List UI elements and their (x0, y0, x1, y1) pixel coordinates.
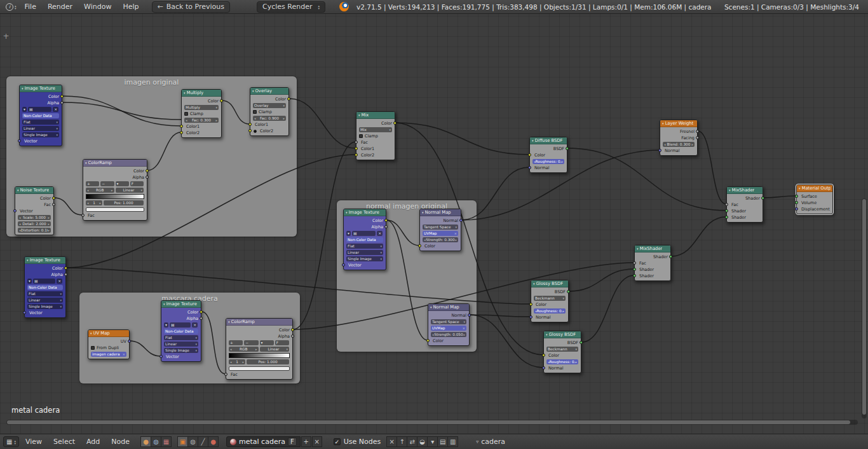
node-normal-map-1[interactable]: ▾Normal MapNormalTangent Space▾UVMap×◂St… (419, 209, 461, 251)
image-browse-button[interactable]: ▾ (27, 279, 32, 284)
new-material-button[interactable]: + (301, 436, 311, 447)
input-socket-color[interactable] (529, 303, 532, 306)
slider-fac[interactable]: ◂Fac: 0.900▸ (253, 116, 286, 121)
output-socket-shader[interactable] (761, 197, 764, 200)
dropdown-flat[interactable]: Flat▾ (346, 244, 383, 249)
back-to-previous-button[interactable]: ← Back to Previous (152, 1, 230, 13)
input-socket-color1[interactable] (248, 123, 252, 126)
input-socket-normal[interactable] (528, 166, 531, 169)
vertical-scrollbar-thumb[interactable] (862, 199, 866, 415)
node-layer-weight[interactable]: ▾Layer WeightFresnelFacing◂Blend: 0.300▸… (660, 120, 698, 156)
dropdown-linear[interactable]: Linear▾ (27, 298, 63, 303)
node-header[interactable]: ▾Material Output (797, 185, 832, 192)
vertical-scrollbar[interactable] (862, 198, 867, 418)
node-tree-breadcrumb[interactable]: ▿ cadera (476, 438, 505, 446)
collapse-icon[interactable]: ▾ (799, 186, 801, 190)
input-socket-color[interactable] (528, 153, 531, 156)
world-datablock-icon[interactable]: ◍ (187, 436, 198, 447)
use-nodes-toggle[interactable]: ✓ Use Nodes (334, 438, 381, 446)
node-header[interactable]: ▾MixShader (635, 245, 670, 252)
slider-strength[interactable]: ◂Strength: 0.300▸ (423, 237, 458, 242)
node-header[interactable]: ▾Normal Map (428, 304, 469, 311)
menu-node[interactable]: Node (106, 437, 135, 446)
editor-type-info-button[interactable]: i ▴▾ (4, 3, 18, 11)
ramp-fake-user-button[interactable]: F (275, 340, 289, 345)
dropdown-beckmann[interactable]: Beckmann▾ (546, 347, 578, 352)
world-icon[interactable]: ◍ (151, 436, 161, 447)
slider-roughness[interactable]: ◂Roughness: 0.150▸ (546, 359, 578, 364)
image-browse-button[interactable]: ▾ (164, 322, 168, 328)
slider-scale[interactable]: ◂Scale: 5.000▸ (18, 215, 51, 220)
menu-add[interactable]: Add (81, 437, 105, 446)
material-datablock-icon[interactable]: ▣ (177, 436, 188, 447)
node-glossy-bsdf-1[interactable]: ▾Glossy BSDFBSDFBeckmann▾Color◂Roughness… (531, 280, 569, 322)
output-socket-color[interactable] (146, 169, 149, 172)
color-swatch[interactable] (254, 130, 257, 133)
colorramp-gradient[interactable] (86, 194, 144, 199)
dropdown-overlay[interactable]: Overlay▾ (253, 103, 286, 108)
checkbox-clamp[interactable] (253, 110, 257, 114)
image-unlink-button[interactable]: × (53, 107, 58, 112)
collapse-icon[interactable]: ▾ (430, 305, 432, 309)
slider-fac[interactable]: ◂Fac: 0.300▸ (184, 118, 219, 123)
input-socket-color2[interactable] (355, 153, 358, 156)
node-normal-map-2[interactable]: ▾Normal MapNormalTangent Space▾UVMap×◂St… (428, 303, 470, 346)
node-header[interactable]: ▾Overlay (250, 88, 288, 95)
collapse-icon[interactable]: ▾ (358, 113, 360, 117)
image-datablock-field[interactable]: ▤ (170, 322, 191, 328)
button-non-color-data[interactable]: Non-Color Data (164, 329, 198, 334)
node-header[interactable]: ▾Glossy BSDF (531, 280, 568, 287)
node-mix-shader-1[interactable]: ▾MixShaderShaderFacShaderShader (634, 245, 671, 281)
snap-magnet-icon[interactable]: ◒ (417, 436, 428, 447)
output-socket-color[interactable] (384, 219, 388, 222)
collapse-icon[interactable]: ▾ (27, 258, 29, 262)
ramp-add-button[interactable]: + (86, 181, 99, 186)
output-socket-fac[interactable] (52, 203, 55, 206)
node-image-texture-2[interactable]: ▾Image TextureColorAlpha▾▤×Non-Color Dat… (24, 256, 66, 318)
image-unlink-button[interactable]: × (377, 231, 383, 236)
ramp-fake-user-button[interactable]: F (130, 181, 144, 186)
output-socket-bsdf[interactable] (566, 147, 569, 150)
input-socket-normal[interactable] (529, 315, 532, 319)
menu-view[interactable]: View (20, 437, 47, 446)
node-image-texture-4[interactable]: ▾Image TextureColorAlpha▾▤×Non-Color Dat… (161, 300, 201, 362)
input-socket-vector[interactable] (342, 263, 345, 266)
slider-roughness[interactable]: ◂Roughness: 0.000▸ (534, 308, 566, 314)
input-socket-surface[interactable] (795, 195, 798, 198)
collapse-icon[interactable]: ▾ (22, 86, 24, 90)
node-header[interactable]: ▾Layer Weight (660, 120, 697, 127)
ramp-flip-button[interactable]: ▾ (116, 181, 129, 186)
output-socket-bsdf[interactable] (567, 290, 570, 293)
menu-window[interactable]: Window (79, 2, 116, 11)
menu-render[interactable]: Render (43, 2, 78, 11)
collapse-icon[interactable]: ▾ (90, 331, 92, 335)
collapse-icon[interactable]: ▾ (533, 282, 535, 286)
dropdown-single-image[interactable]: Single Image▾ (346, 256, 383, 261)
slider-detail[interactable]: ◂Detail: 2.000▸ (18, 221, 51, 226)
image-datablock-field[interactable]: ▤ (352, 231, 376, 236)
checkbox-clamp[interactable] (184, 112, 188, 116)
image-browse-button[interactable]: ▾ (346, 231, 351, 236)
node-material-output[interactable]: ▾Material OutputSurfaceVolumeDisplacemen… (796, 184, 833, 214)
node-header[interactable]: ▾Multiply (182, 90, 221, 97)
node-header[interactable]: ▾Image Texture (344, 209, 386, 216)
output-socket-color[interactable] (287, 97, 290, 100)
dropdown-tangent-space[interactable]: Tangent Space▾ (423, 224, 458, 230)
unlink-material-button[interactable]: × (312, 436, 322, 447)
fake-user-button[interactable]: F (288, 438, 297, 446)
input-socket-fac[interactable] (725, 203, 728, 206)
input-socket-fac[interactable] (633, 261, 636, 265)
node-header[interactable]: ▾Noise Texture (15, 187, 53, 194)
collapse-icon[interactable]: ▾ (546, 333, 548, 336)
collapse-icon[interactable]: ▾ (228, 320, 230, 324)
stop-color-swatch[interactable] (229, 366, 290, 371)
input-socket-color[interactable] (418, 244, 421, 247)
input-socket-color2[interactable] (180, 131, 183, 134)
button-non-color-data[interactable]: Non-Color Data (346, 237, 383, 242)
output-socket-alpha[interactable] (291, 335, 294, 338)
output-socket-normal[interactable] (459, 219, 463, 222)
stop-index-field[interactable]: ◂1▸ (229, 359, 245, 364)
input-socket-vector[interactable] (23, 311, 26, 314)
manipulator-icon[interactable]: × (386, 436, 397, 447)
node-header[interactable]: ▾Mix (356, 112, 395, 119)
